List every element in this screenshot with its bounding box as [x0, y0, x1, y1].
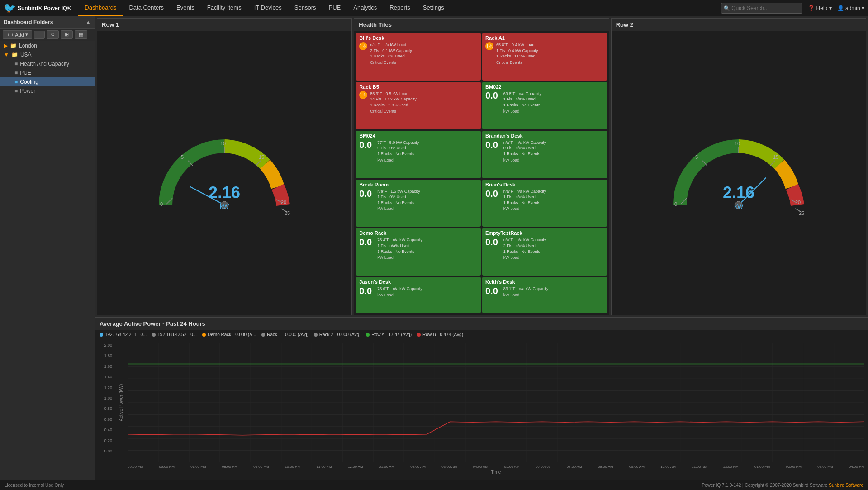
app-logo: 🐦 Sunbird® Power IQ® [4, 2, 71, 14]
tile-name-bm024: BM024 [359, 133, 478, 138]
help-button[interactable]: ❓ Help ▾ [808, 5, 831, 11]
health-tile-demorack[interactable]: Demo Rack 0.0 73.4°F n/a kW Capacity 1 F… [356, 228, 481, 276]
health-tile-billsdesk[interactable]: Bill's Desk 1⚠ n/a°F n/a kW Load 2 Fls 0… [356, 33, 481, 81]
add-dashboard-button[interactable]: + + Add ▾ [3, 30, 32, 39]
sidebar-title: Dashboard Folders [4, 19, 53, 25]
tile-bigval-emptyrack: 0.0 [485, 237, 498, 247]
sidebar-label-power: Power [20, 88, 35, 94]
legend-item-5: Row A - 1.647 (Avg) [366, 332, 412, 337]
list-view-button[interactable]: ▦ [75, 30, 87, 39]
sidebar-item-pue[interactable]: ■ PUE [0, 68, 95, 77]
folder-expand-icon: ▼ [4, 52, 9, 58]
health-tile-keithsdesk[interactable]: Keith's Desk 0.0 83.1°F n/a kW Capacity … [482, 277, 607, 313]
nav-tab-events[interactable]: Events [170, 0, 201, 16]
chart-area: Average Active Power - Past 24 Hours 192… [95, 317, 868, 480]
sidebar-item-usa[interactable]: ▼ 📁 USA [0, 50, 95, 59]
health-tile-rackb5[interactable]: Rack B5 1⚠ 85.3°F 0.5 kW Load 14 Fls 17.… [356, 82, 481, 129]
nav-tab-reports[interactable]: Reports [383, 0, 417, 16]
tile-name-rackb5: Rack B5 [359, 84, 478, 90]
status-right: Power IQ 7.1.0-142 | Copyright © 2007-20… [702, 483, 863, 488]
folder-usa-icon: 📁 [11, 52, 18, 58]
sidebar-item-power[interactable]: ■ Power [0, 86, 95, 95]
health-tile-emptyrack[interactable]: EmptyTestRack 0.0 n/a°F n/a kW Capacity … [482, 228, 607, 276]
gauge1-svg: 0 5 10 15 20 25 [152, 128, 297, 219]
admin-button[interactable]: 👤 admin ▾ [837, 5, 864, 11]
nav-tab-datacenters[interactable]: Data Centers [123, 0, 170, 16]
logo-text: Sunbird® Power IQ® [18, 5, 71, 11]
sidebar-toolbar: + + Add ▾ − ↻ ⊞ ▦ [0, 29, 95, 41]
health-tile-bm024[interactable]: BM024 0.0 77°F 5.0 kW Capacity 0 Fls 0% … [356, 131, 481, 178]
tile-stats-jasonsdesk: 73.6°F n/a kW Capacity kW Load [377, 286, 422, 297]
legend-item-3: Rack 1 - 0.000 (Avg) [261, 332, 308, 337]
refresh-button[interactable]: ↻ [47, 30, 59, 39]
ytick-100: 1.00 [95, 396, 112, 400]
remove-button[interactable]: − [34, 31, 45, 39]
legend-item-1: 192.168.42.52 - 0... [152, 332, 197, 337]
tile-alert-racka1: 1⚠ [485, 42, 493, 50]
xtick-21: 02:00 PM [786, 465, 802, 469]
health-tile-racka1[interactable]: Rack A1 1⚠ 65.8°F 0.4 kW Load 1 Fls 0.4 … [482, 33, 607, 81]
sidebar-label-cooling: Cooling [20, 79, 38, 85]
sidebar-item-healthcapacity[interactable]: ■ Health And Capacity [0, 59, 95, 68]
tile-bigval-breakroom: 0.0 [359, 189, 372, 199]
nav-tab-pue[interactable]: PUE [323, 0, 347, 16]
row1-gauge-container: 0 5 10 15 20 25 [97, 31, 351, 315]
sidebar-label-london: London [19, 43, 37, 49]
legend-label-5: Row A - 1.647 (Avg) [371, 332, 412, 337]
nav-tab-analytics[interactable]: Analytics [347, 0, 383, 16]
nav-tab-sensors[interactable]: Sensors [288, 0, 323, 16]
status-bar: Licensed to Internal Use Only Power IQ 7… [0, 480, 868, 490]
ytick-000: 0.00 [95, 449, 112, 453]
xtick-4: 09:00 PM [253, 465, 269, 469]
sidebar: Dashboard Folders ▲ + + Add ▾ − ↻ ⊞ ▦ ▶ … [0, 16, 95, 480]
nav-tab-facilityitems[interactable]: Facility Items [201, 0, 248, 16]
health-tile-jasonsdesk[interactable]: Jason's Desk 0.0 73.6°F n/a kW Capacity … [356, 277, 481, 313]
tile-stats-keithsdesk: 83.1°F n/a kW Capacity kW Load [503, 286, 549, 297]
health-tile-breakroom[interactable]: Break Room 0.0 n/a°F 1.5 kW Capacity 1 F… [356, 180, 481, 227]
nav-tab-dashboards[interactable]: Dashboards [78, 0, 123, 16]
xtick-2: 07:00 PM [190, 465, 206, 469]
xtick-7: 12:00 AM [348, 465, 363, 469]
gauge2-svg: 0 5 10 15 20 25 [666, 128, 811, 219]
dashboard-pue-icon: ■ [14, 70, 18, 76]
health-tiles-panel: Health Tiles Bill's Desk 1⚠ n/a°F n/a kW… [354, 18, 609, 315]
tile-bigval-demorack: 0.0 [359, 237, 372, 247]
grid-view-button[interactable]: ⊞ [61, 30, 73, 39]
tile-bigval-keithsdesk: 0.0 [485, 286, 498, 296]
dashboard-grid: Row 1 0 [95, 16, 868, 317]
xtick-8: 01:00 AM [379, 465, 394, 469]
legend-label-2: Demo Rack - 0.000 (A... [208, 332, 256, 337]
xtick-18: 11:00 AM [692, 465, 707, 469]
nav-tab-itdevices[interactable]: IT Devices [248, 0, 288, 16]
tile-stats-brandansdesk: n/a°F n/a kW Capacity 0 Fls n/a% Used 1 … [503, 140, 546, 162]
sidebar-collapse-icon[interactable]: ▲ [85, 19, 91, 25]
tile-bigval-bm024: 0.0 [359, 140, 372, 150]
legend-label-4: Rack 2 - 0.000 (Avg) [319, 332, 361, 337]
plus-icon: + [7, 32, 9, 38]
health-title: Health Tiles [354, 19, 608, 31]
svg-text:2.16: 2.16 [723, 183, 754, 202]
tile-stats-billsdesk: n/a°F n/a kW Load 2 Fls 0.1 kW Capacity … [370, 42, 412, 65]
tile-body-briansdesk: 0.0 n/a°F n/a kW Capacity 1 Fls n/a% Use… [485, 189, 604, 211]
health-tile-bm022[interactable]: BM022 0.0 69.8°F n/a Capacity 1 Fls n/a%… [482, 82, 607, 129]
tile-name-racka1: Rack A1 [485, 35, 604, 41]
sidebar-item-london[interactable]: ▶ 📁 London [0, 41, 95, 50]
xtick-22: 03:00 PM [817, 465, 833, 469]
nav-tab-settings[interactable]: Settings [417, 0, 451, 16]
content-area: Row 1 0 [95, 16, 868, 480]
sunbird-link[interactable]: Sunbird Software [829, 483, 863, 488]
tile-alert-rackb5: 1⚠ [359, 91, 367, 99]
search-container: 🔍 [721, 3, 802, 14]
xtick-20: 01:00 PM [754, 465, 770, 469]
health-tile-brandansdesk[interactable]: Brandan's Desk 0.0 n/a°F n/a kW Capacity… [482, 131, 607, 178]
sidebar-item-cooling[interactable]: ■ Cooling [0, 77, 95, 86]
tile-stats-demorack: 73.4°F n/a kW Capacity 1 Fls n/a% Used 1… [377, 237, 422, 260]
legend-dot-4 [314, 333, 318, 337]
xtick-19: 12:00 PM [723, 465, 738, 469]
search-input[interactable] [721, 3, 802, 14]
legend-dot-3 [261, 333, 265, 337]
svg-text:0: 0 [160, 201, 163, 207]
row1-title: Row 1 [97, 19, 351, 31]
health-tile-briansdesk[interactable]: Brian's Desk 0.0 n/a°F n/a kW Capacity 1… [482, 180, 607, 227]
legend-item-4: Rack 2 - 0.000 (Avg) [314, 332, 361, 337]
